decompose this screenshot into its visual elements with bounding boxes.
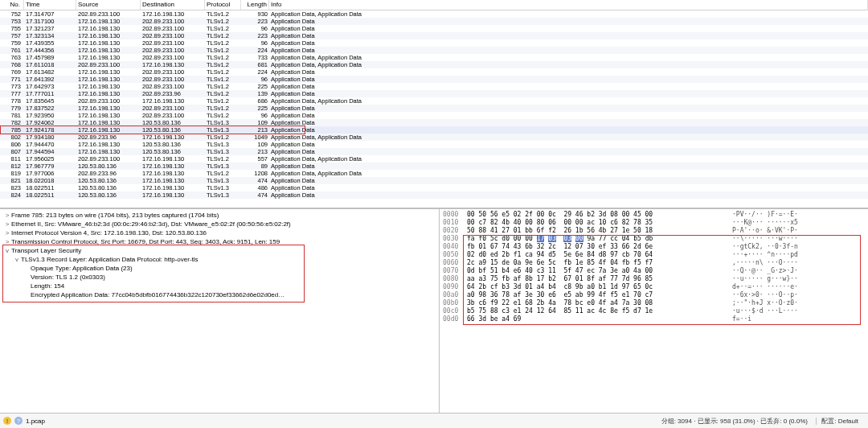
hex-bytes: 00 c7 82 4b 40 00 80 06 00 00 ac 10 c6 8…	[467, 219, 732, 227]
packet-row[interactable]: 76917.613482172.16.198.130202.89.233.100…	[0, 68, 868, 76]
chevron-down-icon[interactable]: v	[13, 255, 21, 264]
hex-offset: 0070	[443, 267, 467, 275]
packet-row[interactable]: 82418.022511120.53.80.136172.16.198.130T…	[0, 191, 868, 199]
hex-offset: 0080	[443, 275, 467, 283]
tree-item[interactable]: >Internet Protocol Version 4, Src: 172.1…	[3, 228, 436, 237]
hex-ascii: ;··"·h+J x··O·z0·	[732, 299, 865, 307]
packet-row[interactable]: 75317.317100172.16.198.130202.89.233.100…	[0, 18, 868, 25]
hex-row[interactable]: 00b03b c6 f9 22 e1 68 2b 4a 78 bc e0 4f …	[443, 299, 865, 307]
packet-row[interactable]: 82318.022511120.53.80.136172.16.198.130T…	[0, 184, 868, 191]
hex-row[interactable]: 000000 50 56 e5 02 2f 00 0c 29 46 b2 3d …	[443, 211, 865, 219]
packet-list-pane[interactable]: No. Time Source Destination Protocol Len…	[0, 0, 868, 208]
tree-item[interactable]: vTransport Layer Security	[3, 246, 436, 255]
hex-row[interactable]: 00700d bf 51 b4 e6 40 c3 11 5f 47 ec 7a …	[443, 267, 865, 275]
hex-row[interactable]: 00a0a0 98 36 78 af 3e 30 e6 e5 ab 99 4f …	[443, 291, 865, 299]
col-time[interactable]: Time	[24, 0, 76, 10]
hex-bytes: fa f0 5c d0 00 00 17 03 03 00 9a 77 cc 0…	[467, 235, 732, 243]
chevron-right-icon[interactable]: >	[3, 211, 11, 220]
hex-row[interactable]: 00d066 3d be a4 69f=··i	[443, 315, 865, 323]
packet-row[interactable]: 77317.642973172.16.198.130202.89.233.100…	[0, 83, 868, 90]
hex-row[interactable]: 00c0b5 75 88 c3 e1 24 12 64 85 11 ac 4c …	[443, 307, 865, 315]
packet-row[interactable]: 76317.457989172.16.198.130202.89.233.100…	[0, 54, 868, 61]
help-icon[interactable]: ?	[14, 417, 23, 425]
col-info[interactable]: Info	[269, 0, 868, 10]
hex-offset: 00a0	[443, 291, 467, 299]
packet-row[interactable]: 76817.611018202.89.233.100172.16.198.130…	[0, 61, 868, 68]
packet-row[interactable]: 80217.934180202.89.233.96172.16.198.130T…	[0, 134, 868, 141]
hex-bytes: 50 88 41 27 01 bb 6f f2 26 1b 56 4b 27 1…	[467, 227, 732, 235]
hex-bytes: 00 50 56 e5 02 2f 00 0c 29 46 b2 3d 08 0…	[467, 211, 732, 219]
packet-row[interactable]: 75217.314707202.89.233.100172.16.198.130…	[0, 10, 868, 18]
tree-item[interactable]: vTLSv1.3 Record Layer: Application Data …	[3, 255, 436, 264]
hex-ascii: ··Q··@·· _G·z>·J·	[732, 267, 865, 275]
tree-item[interactable]: >Frame 785: 213 bytes on wire (1704 bits…	[3, 211, 436, 220]
tree-item[interactable]: Opaque Type: Application Data (23)	[3, 264, 436, 273]
hex-row[interactable]: 009064 2b cf b3 3d 01 a4 b4 c8 9b a0 b1 …	[443, 283, 865, 291]
packet-row[interactable]: 77917.837522172.16.198.130202.89.233.100…	[0, 105, 868, 112]
packet-row[interactable]: 78117.923950172.16.198.130202.89.233.100…	[0, 112, 868, 119]
packet-row[interactable]: 82118.022018120.53.80.136172.16.198.130T…	[0, 177, 868, 184]
hex-ascii: ·u···$·d ···L····	[732, 307, 865, 315]
packet-row[interactable]: 81217.967779120.53.80.136172.16.198.130T…	[0, 163, 868, 170]
tree-label: Internet Protocol Version 4, Src: 172.16…	[11, 228, 436, 237]
tree-item[interactable]: Length: 154	[3, 282, 436, 290]
hex-row[interactable]: 0040fb 01 67 74 43 6b 32 2c 12 07 30 ef …	[443, 243, 865, 251]
packet-row[interactable]: 80617.944470172.16.198.130120.53.80.136T…	[0, 141, 868, 148]
hex-bytes: 3b c6 f9 22 e1 68 2b 4a 78 bc e0 4f a4 7…	[467, 299, 732, 307]
hex-row[interactable]: 0030fa f0 5c d0 00 00 17 03 03 00 9a 77 …	[443, 235, 865, 243]
tree-label: TLSv1.3 Record Layer: Application Data P…	[21, 255, 436, 264]
status-packet-counts: 分组: 3094 · 已显示: 958 (31.0%) · 已丢弃: 0 (0.…	[661, 418, 808, 425]
tree-label: Version: TLS 1.2 (0x0303)	[31, 273, 436, 282]
packet-row[interactable]: 75917.439355172.16.198.130202.89.233.100…	[0, 39, 868, 47]
hex-bytes: aa a3 75 fb af 8b 17 b2 67 01 8f af 77 7…	[467, 275, 732, 283]
packet-row[interactable]: 75717.323134172.16.198.130202.89.233.100…	[0, 32, 868, 39]
packet-row[interactable]: 80717.944594172.16.198.130120.53.80.136T…	[0, 148, 868, 155]
packet-row[interactable]: 77817.835645202.89.233.100172.16.198.130…	[0, 97, 868, 105]
hex-offset: 0020	[443, 227, 467, 235]
hex-row[interactable]: 002050 88 41 27 01 bb 6f f2 26 1b 56 4b …	[443, 227, 865, 235]
packet-row[interactable]: 81117.956025202.89.233.100172.16.198.130…	[0, 155, 868, 163]
hex-offset: 00c0	[443, 307, 467, 315]
col-no[interactable]: No.	[0, 0, 24, 10]
tree-label: Ethernet II, Src: VMware_46:b2:3d (00:0c…	[11, 220, 436, 228]
packet-row[interactable]: 75517.321237172.16.198.130202.89.233.100…	[0, 25, 868, 32]
chevron-right-icon[interactable]: >	[3, 228, 11, 237]
col-source[interactable]: Source	[76, 0, 141, 10]
tree-item[interactable]: >Transmission Control Protocol, Src Port…	[3, 237, 436, 246]
packet-row[interactable]: 78217.924062172.16.198.130120.53.80.136T…	[0, 119, 868, 126]
hex-bytes: 66 3d be a4 69	[467, 315, 732, 323]
status-profile[interactable]: 配置: Default	[816, 418, 863, 425]
col-length[interactable]: Length	[241, 0, 269, 10]
tree-label: Transport Layer Security	[11, 246, 436, 255]
packet-row[interactable]: 77117.641392172.16.198.130202.89.233.100…	[0, 76, 868, 83]
hex-row[interactable]: 00602c a9 15 de 0a 9e 6e 5c fb 1e 85 4f …	[443, 259, 865, 267]
tree-item[interactable]: Encrypted Application Data: 77cc04b5dbfb…	[3, 290, 436, 299]
packet-row[interactable]: 77717.777011172.16.198.130202.89.233.96T…	[0, 90, 868, 97]
hex-ascii: ··\····· ···w····	[732, 235, 865, 243]
chevron-down-icon[interactable]: v	[3, 246, 11, 255]
hex-row[interactable]: 001000 c7 82 4b 40 00 80 06 00 00 ac 10 …	[443, 219, 865, 227]
hex-row[interactable]: 0080aa a3 75 fb af 8b 17 b2 67 01 8f af …	[443, 275, 865, 283]
hex-row[interactable]: 005002 d0 ed 2b f1 ca 94 d5 5e 6e 84 d8 …	[443, 251, 865, 259]
tree-item[interactable]: Version: TLS 1.2 (0x0303)	[3, 273, 436, 282]
packet-bytes-pane[interactable]: 000000 50 56 e5 02 2f 00 0c 29 46 b2 3d …	[440, 209, 868, 413]
packet-detail-pane[interactable]: >Frame 785: 213 bytes on wire (1704 bits…	[0, 209, 440, 413]
packet-row[interactable]: 76117.444356172.16.198.130202.89.233.100…	[0, 47, 868, 54]
hex-bytes: 02 d0 ed 2b f1 ca 94 d5 5e 6e 84 d8 97 c…	[467, 251, 732, 259]
packet-list-header: No. Time Source Destination Protocol Len…	[0, 0, 868, 10]
tree-label: Frame 785: 213 bytes on wire (1704 bits)…	[11, 211, 436, 220]
hex-offset: 0050	[443, 251, 467, 259]
status-bar: ! ? 1.pcap 分组: 3094 · 已显示: 958 (31.0%) ·…	[0, 413, 868, 428]
packet-row[interactable]: 81917.977006202.89.233.96172.16.198.130T…	[0, 170, 868, 177]
col-protocol[interactable]: Protocol	[205, 0, 241, 10]
hex-offset: 00d0	[443, 315, 467, 323]
hex-offset: 0090	[443, 283, 467, 291]
col-destination[interactable]: Destination	[141, 0, 205, 10]
tree-item[interactable]: >Ethernet II, Src: VMware_46:b2:3d (00:0…	[3, 220, 436, 228]
hex-offset: 0000	[443, 211, 467, 219]
hex-bytes: b5 75 88 c3 e1 24 12 64 85 11 ac 4c 8e f…	[467, 307, 732, 315]
chevron-right-icon[interactable]: >	[3, 237, 11, 246]
chevron-right-icon[interactable]: >	[3, 220, 11, 228]
status-file: 1.pcap	[26, 418, 45, 425]
packet-row[interactable]: 78517.924178172.16.198.130120.53.80.136T…	[0, 126, 868, 134]
